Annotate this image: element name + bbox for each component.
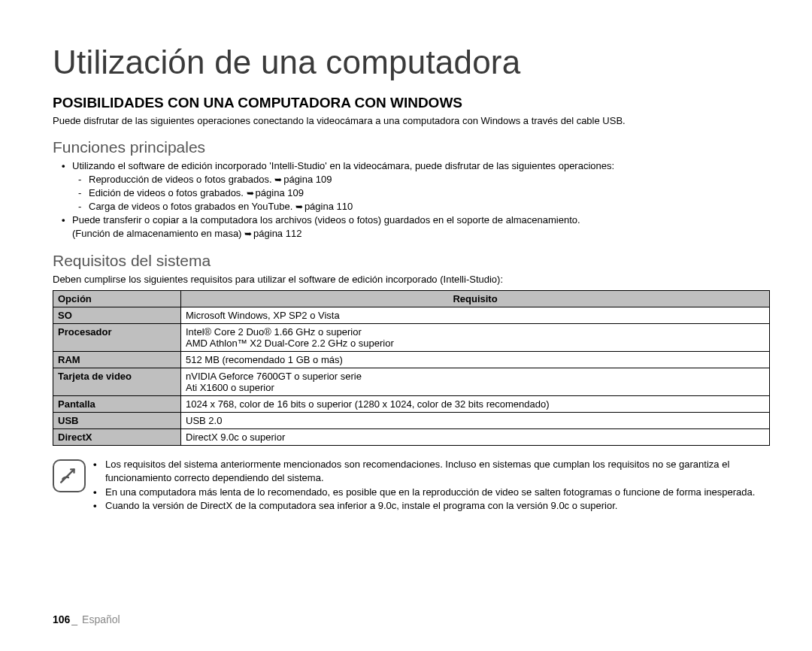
page-ref-arrow-icon bbox=[247, 187, 256, 198]
list-item: Cuando la versión de DirectX de la compu… bbox=[93, 499, 770, 513]
table-row: Procesador Intel® Core 2 Duo® 1.66 GHz o… bbox=[53, 324, 770, 352]
footer-language: Español bbox=[82, 613, 120, 625]
notes-list: Los requisitos del sistema anteriormente… bbox=[93, 458, 770, 513]
intro-text: Puede disfrutar de las siguientes operac… bbox=[53, 114, 770, 128]
list-item: Utilizando el software de edición incorp… bbox=[62, 159, 770, 214]
table-row: SO Microsoft Windows, XP SP2 o Vista bbox=[53, 307, 770, 324]
page-ref-arrow-icon bbox=[274, 174, 283, 185]
table-row: Tarjeta de video nVIDIA Geforce 7600GT o… bbox=[53, 368, 770, 396]
table-cell-value: nVIDIA Geforce 7600GT o superior serie A… bbox=[181, 368, 770, 396]
table-row: RAM 512 MB (recomendado 1 GB o más) bbox=[53, 352, 770, 368]
table-cell-label: Pantalla bbox=[53, 396, 181, 413]
table-header-cell: Opción bbox=[53, 291, 181, 307]
table-cell-label: DirectX bbox=[53, 429, 181, 446]
table-row: DirectX DirectX 9.0c o superior bbox=[53, 429, 770, 446]
page-number: 106 bbox=[53, 613, 70, 625]
table-cell-label: USB bbox=[53, 413, 181, 429]
table-cell-value: Intel® Core 2 Duo® 1.66 GHz o superior A… bbox=[181, 324, 770, 352]
table-cell-value: 512 MB (recomendado 1 GB o más) bbox=[181, 352, 770, 368]
page-ref-arrow-icon bbox=[295, 201, 304, 212]
page-footer: 106_ Español bbox=[53, 613, 120, 625]
list-item: Puede transferir o copiar a la computado… bbox=[62, 213, 770, 227]
table-row: USB USB 2.0 bbox=[53, 413, 770, 429]
page-ref-arrow-icon bbox=[244, 228, 253, 239]
document-page: Utilización de una computadora POSIBILID… bbox=[0, 0, 812, 651]
subsection-heading-functions: Funciones principales bbox=[53, 138, 770, 156]
table-cell-value: USB 2.0 bbox=[181, 413, 770, 429]
list-item: Los requisitos del sistema anteriormente… bbox=[93, 458, 770, 485]
table-cell-value: DirectX 9.0c o superior bbox=[181, 429, 770, 446]
list-item: Carga de videos o fotos grabados en YouT… bbox=[78, 200, 770, 213]
table-cell-label: RAM bbox=[53, 352, 181, 368]
table-row: Pantalla 1024 x 768, color de 16 bits o … bbox=[53, 396, 770, 413]
table-cell-label: SO bbox=[53, 307, 181, 324]
page-title: Utilización de una computadora bbox=[53, 44, 770, 81]
note-icon bbox=[53, 459, 86, 492]
subsection-heading-requirements: Requisitos del sistema bbox=[53, 252, 770, 270]
requirements-description: Deben cumplirse los siguientes requisito… bbox=[53, 273, 770, 286]
table-cell-label: Procesador bbox=[53, 324, 181, 352]
requirements-table: Opción Requisito SO Microsoft Windows, X… bbox=[53, 290, 770, 446]
table-cell-value: 1024 x 768, color de 16 bits o superior … bbox=[181, 396, 770, 413]
section-heading-possibilities: POSIBILIDADES CON UNA COMPUTADORA CON WI… bbox=[53, 95, 770, 111]
table-header-cell: Requisito bbox=[181, 291, 770, 307]
functions-list: Utilizando el software de edición incorp… bbox=[53, 159, 770, 241]
notes-block: Los requisitos del sistema anteriormente… bbox=[53, 458, 770, 513]
table-cell-label: Tarjeta de video bbox=[53, 368, 181, 396]
table-header-row: Opción Requisito bbox=[53, 291, 770, 307]
list-item: Reproducción de videos o fotos grabados.… bbox=[78, 173, 770, 186]
footer-separator: _ bbox=[70, 613, 79, 625]
list-item: Edición de videos o fotos grabados. pági… bbox=[78, 186, 770, 200]
list-item: En una computadora más lenta de lo recom… bbox=[93, 486, 770, 499]
table-cell-value: Microsoft Windows, XP SP2 o Vista bbox=[181, 307, 770, 324]
